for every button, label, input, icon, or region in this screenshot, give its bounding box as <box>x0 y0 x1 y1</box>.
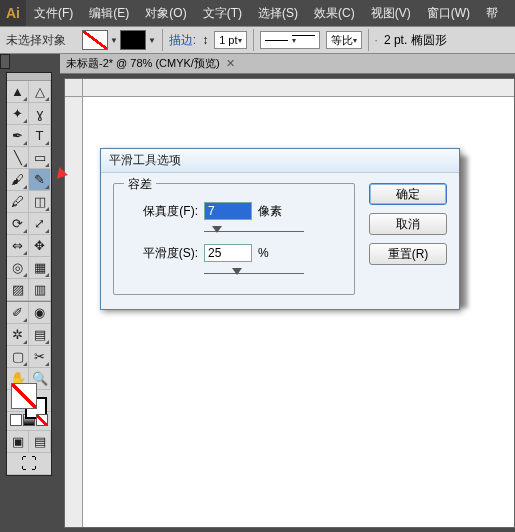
pencil-tool[interactable]: ✎ <box>29 169 51 191</box>
symbol-sprayer-tool[interactable]: ✲ <box>7 324 29 346</box>
property-bar: 未选择对象 ▼ ▼ 描边: ↕ 1 pt ▾ ▾ 等比 ▾ · 2 pt. 椭圆… <box>0 26 515 54</box>
smooth-tool-options-dialog: 平滑工具选项 容差 保真度(F): 像素 平滑度(S): % 确定 取消 重置(… <box>100 148 460 310</box>
line-tool[interactable]: ╲ <box>7 147 29 169</box>
dialog-titlebar[interactable]: 平滑工具选项 <box>101 149 459 173</box>
menu-view[interactable]: 视图(V) <box>363 5 419 22</box>
direct-selection-tool[interactable]: △ <box>29 81 51 103</box>
free-transform-tool[interactable]: ✥ <box>29 235 51 257</box>
toolbox-grip[interactable] <box>7 73 51 81</box>
rotate-tool[interactable]: ⟳ <box>7 213 29 235</box>
selection-tool[interactable]: ▲ <box>7 81 29 103</box>
ruler-corner[interactable] <box>65 79 83 97</box>
pen-tool[interactable]: ✒ <box>7 125 29 147</box>
smoothness-input[interactable] <box>204 244 252 262</box>
reset-button[interactable]: 重置(R) <box>369 243 447 265</box>
smoothness-label: 平滑度(S): <box>126 245 198 262</box>
chevron-down-icon[interactable]: ▼ <box>110 36 118 45</box>
eyedropper-tool[interactable]: ✐ <box>7 302 29 324</box>
mesh-tool[interactable]: ▨ <box>7 279 29 301</box>
smoothness-slider[interactable] <box>204 270 304 278</box>
fill-stroke-indicator[interactable] <box>7 390 51 412</box>
stroke-weight-stepper[interactable]: ↕ <box>202 33 208 47</box>
fidelity-slider[interactable] <box>204 228 304 236</box>
perspective-grid-tool[interactable]: ▦ <box>29 257 51 279</box>
width-tool[interactable]: ⇔ <box>7 235 29 257</box>
none-mode[interactable] <box>36 414 48 426</box>
left-panel: ▲ △ ✦ ɣ ✒ T ╲ ▭ 🖌 ✎ 🖊 ◫ ⟳ ⤢ ⇔ ✥ ◎ ▦ ▨ ▥ … <box>0 54 60 532</box>
magic-wand-tool[interactable]: ✦ <box>7 103 29 125</box>
slice-tool[interactable]: ✂ <box>29 346 51 368</box>
fill-swatch[interactable] <box>82 30 108 50</box>
blend-tool[interactable]: ◉ <box>29 302 51 324</box>
screen-mode[interactable]: ⛶ <box>7 453 51 475</box>
draw-normal[interactable]: ▣ <box>7 431 29 453</box>
menu-select[interactable]: 选择(S) <box>250 5 306 22</box>
eraser-tool[interactable]: ◫ <box>29 191 51 213</box>
scale-tool[interactable]: ⤢ <box>29 213 51 235</box>
gradient-tool[interactable]: ▥ <box>29 279 51 301</box>
ruler-horizontal[interactable] <box>83 79 514 97</box>
separator <box>253 29 254 51</box>
stroke-weight-field[interactable]: 1 pt ▾ <box>214 31 246 49</box>
fidelity-input[interactable] <box>204 202 252 220</box>
stroke-style-select[interactable]: ▾ <box>260 31 320 49</box>
menu-effect[interactable]: 效果(C) <box>306 5 363 22</box>
lasso-tool[interactable]: ɣ <box>29 103 51 125</box>
ruler-vertical[interactable] <box>65 97 83 527</box>
stroke-label[interactable]: 描边: <box>169 32 196 49</box>
document-tab-title: 未标题-2* @ 78% (CMYK/预览) <box>66 56 220 71</box>
smoothness-unit: % <box>258 246 288 260</box>
separator <box>368 29 369 51</box>
shape-builder-tool[interactable]: ◎ <box>7 257 29 279</box>
ratio-select[interactable]: 等比 ▾ <box>326 31 362 49</box>
selection-status: 未选择对象 <box>6 32 66 49</box>
menu-edit[interactable]: 编辑(E) <box>81 5 137 22</box>
menu-bar: Ai 文件(F) 编辑(E) 对象(O) 文字(T) 选择(S) 效果(C) 视… <box>0 0 515 26</box>
tolerance-legend: 容差 <box>124 176 156 193</box>
artboard-tool[interactable]: ▢ <box>7 346 29 368</box>
menu-help[interactable]: 帮 <box>478 5 506 22</box>
menu-window[interactable]: 窗口(W) <box>419 5 478 22</box>
shape-info: 2 pt. 椭圆形 <box>384 32 447 49</box>
blob-brush-tool[interactable]: 🖊 <box>7 191 29 213</box>
toolbox: ▲ △ ✦ ɣ ✒ T ╲ ▭ 🖌 ✎ 🖊 ◫ ⟳ ⤢ ⇔ ✥ ◎ ▦ ▨ ▥ … <box>6 72 52 476</box>
type-tool[interactable]: T <box>29 125 51 147</box>
stroke-swatch[interactable] <box>120 30 146 50</box>
panel-toggle[interactable] <box>0 54 10 69</box>
tolerance-group: 容差 保真度(F): 像素 平滑度(S): % <box>113 183 355 295</box>
close-icon[interactable]: ✕ <box>226 57 235 70</box>
document-tab[interactable]: 未标题-2* @ 78% (CMYK/预览) ✕ <box>60 54 515 74</box>
app-logo: Ai <box>0 0 26 26</box>
graph-tool[interactable]: ▤ <box>29 324 51 346</box>
menu-object[interactable]: 对象(O) <box>137 5 194 22</box>
fill-stroke-swatch[interactable]: ▼ ▼ <box>82 30 156 50</box>
chevron-down-icon[interactable]: ▼ <box>148 36 156 45</box>
dialog-title: 平滑工具选项 <box>109 152 181 169</box>
menu-file[interactable]: 文件(F) <box>26 5 81 22</box>
rectangle-tool[interactable]: ▭ <box>29 147 51 169</box>
fidelity-unit: 像素 <box>258 203 288 220</box>
menu-type[interactable]: 文字(T) <box>195 5 250 22</box>
cancel-button[interactable]: 取消 <box>369 213 447 235</box>
separator <box>162 29 163 51</box>
fidelity-label: 保真度(F): <box>126 203 198 220</box>
draw-behind[interactable]: ▤ <box>29 431 51 453</box>
ok-button[interactable]: 确定 <box>369 183 447 205</box>
paintbrush-tool[interactable]: 🖌 <box>7 169 29 191</box>
